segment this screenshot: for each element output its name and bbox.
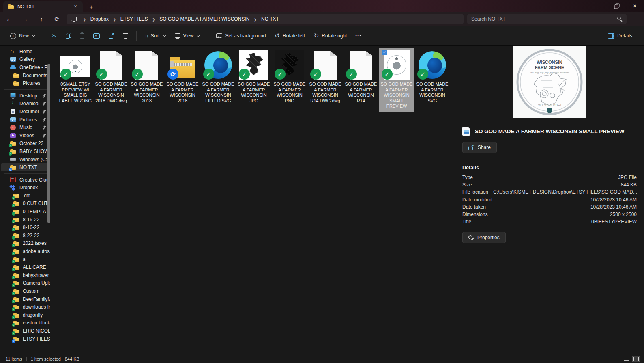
- sidebar-item[interactable]: adobe autosave: [1, 247, 50, 255]
- sidebar-item[interactable]: Home: [1, 48, 50, 56]
- search-box[interactable]: [467, 14, 627, 24]
- sidebar-item[interactable]: OneDrive - Perso: [1, 63, 50, 71]
- tab-close-icon[interactable]: [72, 3, 79, 10]
- file-tile[interactable]: SO GOD MADE A FARMER WISCONSIN FILLED SV…: [200, 48, 236, 112]
- copy-button[interactable]: [62, 30, 75, 42]
- sidebar-item[interactable]: Pictures: [1, 116, 50, 124]
- sidebar-item[interactable]: dragonfly: [1, 311, 50, 319]
- sidebar-item[interactable]: Desktop: [1, 92, 50, 100]
- selected-file-title: SO GOD MADE A FARMER WISCONSIN SMALL PRE…: [475, 128, 625, 135]
- search-input[interactable]: [471, 16, 617, 22]
- sidebar-item[interactable]: October 23: [1, 140, 50, 148]
- sidebar-item[interactable]: 8-22-22: [1, 231, 50, 240]
- close-button[interactable]: [626, 0, 644, 12]
- status-bar: 11 items 1 item selected 844 KB: [0, 354, 644, 363]
- status-divider: [26, 357, 27, 361]
- sync-badge-icon: [9, 168, 12, 171]
- file-tile[interactable]: SO GOD MADE A FARMER WISCONSIN R14: [343, 48, 379, 112]
- view-button[interactable]: View: [171, 30, 204, 42]
- thumbnail-view-toggle-icon[interactable]: [632, 356, 640, 362]
- tab-no-txt[interactable]: NO TXT: [3, 1, 83, 12]
- file-tile[interactable]: SO GOD MADE A FARMER WISCONSIN 2018: [165, 48, 200, 112]
- sidebar-item[interactable]: Dropbox: [1, 184, 50, 192]
- selection-checkbox[interactable]: [382, 50, 387, 55]
- sidebar-item[interactable]: Videos: [1, 132, 50, 140]
- sidebar-item[interactable]: .dxf: [1, 192, 50, 200]
- back-icon[interactable]: [3, 14, 15, 24]
- sync-badge-icon: [12, 315, 15, 319]
- up-icon[interactable]: [36, 14, 47, 24]
- sidebar-item[interactable]: Custom: [1, 287, 50, 295]
- file-tile[interactable]: SO GOD MADE A FARMER WISCONSIN JPG: [236, 48, 272, 112]
- share-file-button[interactable]: Share: [462, 142, 497, 153]
- rename-button[interactable]: [90, 30, 103, 42]
- sidebar-item-label: adobe autosave: [23, 248, 50, 254]
- sidebar-item[interactable]: 2022 taxes: [1, 240, 50, 248]
- details-pane-toggle[interactable]: Details: [604, 30, 636, 42]
- list-view-toggle-icon[interactable]: [622, 356, 630, 362]
- rotate-right-button[interactable]: Rotate right: [310, 29, 351, 43]
- command-toolbar: New Sort View Set as background Rotate l…: [0, 26, 644, 46]
- refresh-icon[interactable]: [51, 14, 62, 24]
- sidebar-item[interactable]: babyshower: [1, 271, 50, 279]
- sidebar-item[interactable]: 0 TEMPLATES: [1, 207, 50, 216]
- sidebar-item[interactable]: ERIC NICOLE NI: [1, 327, 50, 335]
- this-pc-icon[interactable]: [71, 17, 77, 22]
- properties-button[interactable]: Properties: [462, 232, 506, 243]
- file-tile[interactable]: 0SMALL ETSY PREVIEW WI SMALL BIG LABEL W…: [58, 48, 93, 112]
- file-tile[interactable]: SO GOD MADE A FARMER WISCONSIN 2018 DWG.…: [93, 48, 129, 112]
- sidebar-item[interactable]: Documents: [1, 108, 50, 116]
- sidebar-item[interactable]: Documents: [1, 71, 50, 80]
- sidebar-item[interactable]: Downloads: [1, 100, 50, 108]
- delete-button[interactable]: [120, 30, 132, 42]
- file-thumbnail: [344, 49, 378, 80]
- sidebar-item[interactable]: NO TXT: [1, 163, 50, 171]
- sidebar-item-label: Dropbox: [19, 185, 38, 190]
- details-pane: WISCONSIN FARM SCENE .dxf .dwg .svg .png…: [455, 46, 644, 354]
- breadcrumb-item[interactable]: ETSY FILES: [120, 15, 149, 23]
- file-tile[interactable]: SO GOD MADE A FARMER WISCONSIN SVG: [414, 48, 450, 112]
- rotate-left-button[interactable]: Rotate left: [271, 29, 308, 43]
- file-thumbnail: [201, 49, 235, 80]
- breadcrumb-item[interactable]: NO TXT: [260, 15, 280, 23]
- sidebar-item[interactable]: DeerFamilyMou: [1, 295, 50, 303]
- file-tile[interactable]: SO GOD MADE A FARMER WISCONSIN R14 DWG.d…: [307, 48, 343, 112]
- sidebar-item[interactable]: Camera Uploads: [1, 279, 50, 287]
- minimize-button[interactable]: [589, 0, 608, 12]
- pin-icon: [42, 93, 46, 98]
- share-button[interactable]: [105, 30, 118, 42]
- sidebar-scrollbar[interactable]: [47, 64, 50, 223]
- sidebar-item[interactable]: downloads from: [1, 303, 50, 311]
- sidebar-item[interactable]: easton block: [1, 319, 50, 327]
- sidebar-item[interactable]: 8-15-22: [1, 216, 50, 224]
- restore-button[interactable]: [608, 0, 626, 12]
- sidebar-item[interactable]: Windows (C:): [1, 156, 50, 164]
- sidebar-item[interactable]: BABY SHOWER BI: [1, 147, 50, 156]
- sort-button[interactable]: Sort: [141, 30, 170, 42]
- address-bar[interactable]: Dropbox ETSY FILES SO GOD MADE A FARMER …: [67, 14, 464, 24]
- set-as-background-button[interactable]: Set as background: [213, 30, 269, 42]
- sidebar-item[interactable]: Music: [1, 123, 50, 132]
- new-tab-button[interactable]: [86, 2, 97, 11]
- sidebar-item[interactable]: Gallery: [1, 56, 50, 64]
- sidebar-item[interactable]: Pictures: [1, 79, 50, 87]
- file-tile[interactable]: SO GOD MADE A FARMER WISCONSIN SMALL PRE…: [379, 48, 414, 112]
- file-tile[interactable]: SO GOD MADE A FARMER WISCONSIN PNG: [272, 48, 307, 112]
- sync-badge-icon: [12, 252, 15, 255]
- sidebar-item[interactable]: Creative Cloud Fi: [1, 176, 50, 184]
- file-name: 0SMALL ETSY PREVIEW WI SMALL BIG LABEL W…: [58, 82, 93, 104]
- breadcrumb-item[interactable]: Dropbox: [90, 15, 109, 23]
- sidebar-item[interactable]: ALL CARE: [1, 263, 50, 271]
- sidebar-item[interactable]: 0 CUT CUT CUT: [1, 200, 50, 208]
- paste-button[interactable]: [76, 30, 88, 42]
- new-button[interactable]: New: [6, 30, 39, 42]
- file-tile[interactable]: SO GOD MADE A FARMER WISCONSIN 2018: [129, 48, 165, 112]
- search-icon[interactable]: [617, 17, 623, 22]
- breadcrumb-item[interactable]: SO GOD MADE A FARMER WISCONSIN: [159, 15, 250, 23]
- sidebar-item[interactable]: 8-16-22: [1, 223, 50, 231]
- sidebar-item[interactable]: ETSY FILES: [1, 335, 50, 343]
- more-options-button[interactable]: •••: [352, 30, 365, 41]
- sidebar-item-icon: [10, 56, 17, 63]
- cut-button[interactable]: [48, 29, 60, 43]
- sidebar-item[interactable]: ai: [1, 255, 50, 264]
